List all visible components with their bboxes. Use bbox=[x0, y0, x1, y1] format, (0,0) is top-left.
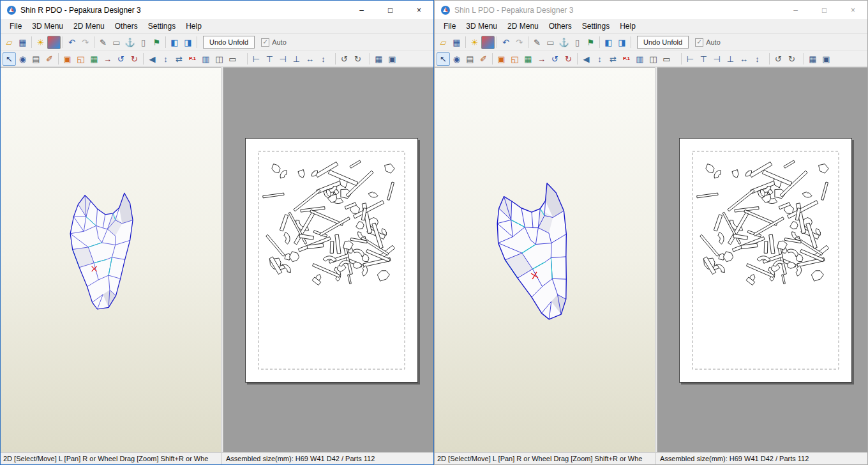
3d-viewport[interactable] bbox=[1, 67, 221, 452]
pen-icon[interactable]: ✎ bbox=[96, 36, 110, 49]
insert-image-icon[interactable]: ▦ bbox=[521, 52, 535, 66]
scale-parts-icon[interactable]: ↕ bbox=[593, 52, 606, 66]
join-parts-icon[interactable]: ▣ bbox=[495, 52, 508, 66]
close-button[interactable]: × bbox=[839, 1, 867, 19]
distribute-horizontal-icon[interactable]: ↔ bbox=[303, 52, 317, 66]
sheet-info-icon[interactable]: ▥ bbox=[633, 52, 647, 66]
align-bottom-icon[interactable]: ⊥ bbox=[290, 52, 303, 66]
open-file-icon[interactable]: ▱ bbox=[3, 36, 16, 49]
menu-settings[interactable]: Settings bbox=[143, 20, 181, 32]
spread-sheets-icon[interactable]: ⇄ bbox=[172, 52, 186, 66]
sheet-info-icon[interactable]: ▥ bbox=[199, 52, 213, 66]
auto-checkbox-box[interactable]: ✓ bbox=[695, 38, 703, 47]
menu-help[interactable]: Help bbox=[615, 20, 641, 32]
menu-help[interactable]: Help bbox=[181, 20, 207, 32]
fit-to-page-icon[interactable]: ▣ bbox=[385, 52, 399, 66]
rotate-left-icon[interactable]: ↺ bbox=[548, 52, 562, 66]
undo-unfold-button[interactable]: Undo Unfold bbox=[203, 36, 255, 49]
align-top-icon[interactable]: ⊤ bbox=[697, 52, 710, 66]
scale-parts-icon[interactable]: ↕ bbox=[159, 52, 172, 66]
show-2d-window-icon[interactable]: ◨ bbox=[615, 36, 629, 49]
open-edge-icon[interactable]: ◀ bbox=[146, 52, 159, 66]
print-preview-icon[interactable]: ◫ bbox=[647, 52, 660, 66]
rotate-90-cw-icon[interactable]: ↻ bbox=[351, 52, 364, 66]
show-3d-window-icon[interactable]: ◧ bbox=[602, 36, 615, 49]
menu-3d[interactable]: 3D Menu bbox=[27, 20, 68, 32]
auto-layout-icon[interactable]: ▦ bbox=[372, 52, 385, 66]
minimize-button[interactable]: – bbox=[781, 1, 810, 19]
page-number-icon[interactable]: P.1 bbox=[620, 52, 633, 66]
menu-others[interactable]: Others bbox=[110, 20, 143, 32]
unfold-sheet-page[interactable] bbox=[245, 138, 418, 383]
auto-layout-icon[interactable]: ▦ bbox=[806, 52, 819, 66]
2d-viewport[interactable] bbox=[657, 67, 867, 452]
rotate-90-cw-icon[interactable]: ↻ bbox=[785, 52, 798, 66]
column-icon[interactable]: ▯ bbox=[571, 36, 584, 49]
maximize-button[interactable]: □ bbox=[810, 1, 839, 19]
light-toggle-icon[interactable]: ☀ bbox=[468, 36, 481, 49]
title-bar[interactable]: Shin L PDO - Pepakura Designer 3 – □ × bbox=[435, 1, 867, 19]
stamp-icon[interactable]: ▭ bbox=[544, 36, 557, 49]
align-top-icon[interactable]: ⊤ bbox=[263, 52, 276, 66]
menu-2d[interactable]: 2D Menu bbox=[68, 20, 110, 32]
align-left-icon[interactable]: ⊢ bbox=[684, 52, 697, 66]
auto-checkbox[interactable]: ✓ Auto bbox=[261, 38, 287, 47]
redo-icon[interactable]: ↷ bbox=[79, 36, 92, 49]
rotate-right-icon[interactable]: ↻ bbox=[128, 52, 141, 66]
auto-checkbox[interactable]: ✓ Auto bbox=[695, 38, 721, 47]
minimize-button[interactable]: – bbox=[347, 1, 376, 19]
export-image-icon[interactable]: → bbox=[101, 52, 114, 66]
distribute-vertical-icon[interactable]: ↕ bbox=[317, 52, 330, 66]
light-toggle-icon[interactable]: ☀ bbox=[34, 36, 47, 49]
column-icon[interactable]: ▯ bbox=[137, 36, 150, 49]
textured-display-icon[interactable] bbox=[481, 36, 495, 49]
align-left-icon[interactable]: ⊢ bbox=[250, 52, 263, 66]
menu-others[interactable]: Others bbox=[544, 20, 577, 32]
align-right-icon[interactable]: ⊣ bbox=[710, 52, 724, 66]
film-strip-icon[interactable]: ▤ bbox=[463, 52, 477, 66]
show-3d-window-icon[interactable]: ◧ bbox=[168, 36, 181, 49]
insert-image-icon[interactable]: ▦ bbox=[87, 52, 101, 66]
open-file-icon[interactable]: ▱ bbox=[437, 36, 450, 49]
anchor-icon[interactable]: ⚓ bbox=[123, 36, 137, 49]
stamp-icon[interactable]: ▭ bbox=[110, 36, 123, 49]
undo-unfold-button[interactable]: Undo Unfold bbox=[637, 36, 689, 49]
select-parts-icon[interactable]: ↖ bbox=[437, 52, 450, 66]
textured-display-icon[interactable] bbox=[47, 36, 61, 49]
print-preview-icon[interactable]: ◫ bbox=[213, 52, 226, 66]
rotate-right-icon[interactable]: ↻ bbox=[562, 52, 575, 66]
page-number-icon[interactable]: P.1 bbox=[186, 52, 199, 66]
spread-sheets-icon[interactable]: ⇄ bbox=[606, 52, 620, 66]
fit-to-page-icon[interactable]: ▣ bbox=[819, 52, 833, 66]
split-parts-icon[interactable]: ◱ bbox=[74, 52, 87, 66]
undo-icon[interactable]: ↶ bbox=[65, 36, 79, 49]
rotate-90-ccw-icon[interactable]: ↺ bbox=[772, 52, 785, 66]
split-parts-icon[interactable]: ◱ bbox=[508, 52, 521, 66]
pen-icon[interactable]: ✎ bbox=[530, 36, 544, 49]
distribute-vertical-icon[interactable]: ↕ bbox=[751, 52, 764, 66]
edit-points-icon[interactable]: ◉ bbox=[16, 52, 29, 66]
menu-file[interactable]: File bbox=[438, 20, 461, 32]
anchor-icon[interactable]: ⚓ bbox=[557, 36, 571, 49]
align-right-icon[interactable]: ⊣ bbox=[276, 52, 290, 66]
film-strip-icon[interactable]: ▤ bbox=[29, 52, 43, 66]
join-parts-icon[interactable]: ▣ bbox=[61, 52, 74, 66]
3d-viewport[interactable] bbox=[435, 67, 655, 452]
save-file-icon[interactable]: ▦ bbox=[450, 36, 463, 49]
paint-icon[interactable]: ✐ bbox=[43, 52, 56, 66]
print-icon[interactable]: ▭ bbox=[660, 52, 673, 66]
close-button[interactable]: × bbox=[405, 1, 433, 19]
menu-2d[interactable]: 2D Menu bbox=[502, 20, 544, 32]
print-icon[interactable]: ▭ bbox=[226, 52, 239, 66]
undo-icon[interactable]: ↶ bbox=[499, 36, 513, 49]
open-edge-icon[interactable]: ◀ bbox=[580, 52, 593, 66]
redo-icon[interactable]: ↷ bbox=[513, 36, 526, 49]
2d-viewport[interactable] bbox=[223, 67, 433, 452]
magnet-icon[interactable]: ⚑ bbox=[584, 36, 597, 49]
auto-checkbox-box[interactable]: ✓ bbox=[261, 38, 269, 47]
maximize-button[interactable]: □ bbox=[376, 1, 405, 19]
paint-icon[interactable]: ✐ bbox=[477, 52, 490, 66]
rotate-90-ccw-icon[interactable]: ↺ bbox=[338, 52, 351, 66]
menu-file[interactable]: File bbox=[4, 20, 27, 32]
menu-3d[interactable]: 3D Menu bbox=[461, 20, 502, 32]
